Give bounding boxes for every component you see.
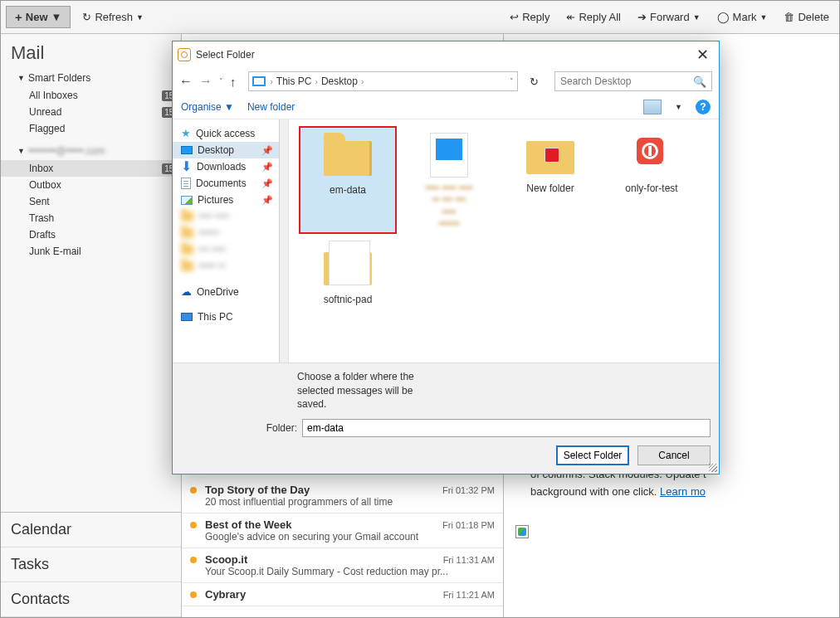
label: Organise [181, 101, 222, 113]
sidebar-item-sent[interactable]: Sent [1, 193, 181, 210]
plus-icon: + [15, 10, 22, 24]
caret-down-icon: ▼ [51, 11, 62, 23]
unread-dot-icon [190, 487, 197, 494]
new-button[interactable]: + New ▼ [6, 6, 71, 28]
select-folder-button[interactable]: Select Folder [556, 445, 629, 465]
list-item[interactable]: Best of the WeekGoogle's advice on secur… [182, 513, 503, 548]
refresh-button[interactable]: ↻ Refresh ▼ [77, 7, 148, 27]
item-preview: Google's advice on securing your Gmail a… [205, 531, 495, 543]
nav-downloads[interactable]: ⬇Downloads📌 [173, 158, 288, 175]
nav-quick-access[interactable]: ★Quick access [173, 124, 288, 142]
label: Sent [29, 196, 50, 207]
nav-pictures[interactable]: Pictures📌 [173, 192, 288, 208]
list-item[interactable]: Scoop.itYour Scoop.it Daily Summary - Co… [182, 548, 503, 583]
nav-blurred[interactable]: •••• •••• [173, 208, 288, 225]
delete-button[interactable]: 🗑Delete [779, 7, 834, 27]
label: Flagged [29, 123, 65, 134]
view-button[interactable] [643, 100, 662, 114]
up-button[interactable]: ↑ [230, 75, 237, 89]
nav-onedrive[interactable]: ☁OneDrive [173, 283, 288, 300]
label: All Inboxes [29, 90, 78, 101]
nav-thispc[interactable]: This PC [173, 309, 288, 325]
app-icon [178, 48, 191, 61]
folder-item-new-folder[interactable]: New folder [501, 126, 599, 234]
back-button[interactable]: ← [179, 74, 193, 89]
list-item[interactable]: Top Story of the Day20 most influential … [182, 479, 503, 513]
chevron-right-icon: › [361, 77, 364, 86]
new-label: New [26, 11, 48, 23]
search-input[interactable] [560, 75, 693, 87]
history-caret-icon[interactable]: ˅ [219, 77, 223, 85]
help-button[interactable]: ? [696, 100, 711, 114]
forward-button[interactable]: → [199, 74, 212, 89]
mark-icon: ◯ [717, 11, 730, 23]
folder-icon [181, 245, 193, 255]
reply-all-button[interactable]: ↞Reply All [561, 7, 626, 27]
main-toolbar: + New ▼ ↻ Refresh ▼ ↩Reply ↞Reply All ➔F… [1, 1, 839, 34]
cancel-button[interactable]: Cancel [637, 445, 711, 465]
sidebar: Mail ▼Smart Folders All Inboxes150 Unrea… [1, 34, 182, 617]
sidebar-item-inbox[interactable]: Inbox150 [1, 160, 181, 177]
bottom-tab-contacts[interactable]: Contacts [1, 582, 181, 617]
folder-grid: em-data •••• •••• •••••• ••• •••••••••••… [289, 119, 719, 363]
reply-button[interactable]: ↩Reply [505, 7, 554, 27]
search-box[interactable]: 🔍 [554, 71, 712, 91]
forward-button[interactable]: ➔Forward▼ [632, 7, 706, 27]
breadcrumb[interactable]: › This PC › Desktop › ˅ [248, 71, 519, 91]
pin-icon: 📌 [261, 162, 273, 173]
smart-folders-header[interactable]: ▼Smart Folders [1, 69, 181, 87]
pin-icon: 📌 [261, 195, 273, 206]
sidebar-item-junk[interactable]: Junk E-mail [1, 243, 181, 260]
list-item[interactable]: CybraryFri 11:21 AM [182, 583, 503, 606]
sidebar-item-outbox[interactable]: Outbox [1, 177, 181, 193]
bottom-tab-tasks[interactable]: Tasks [1, 547, 181, 582]
item-time: Fri 01:32 PM [442, 485, 495, 495]
refresh-button[interactable]: ↻ [525, 75, 543, 88]
folder-icon [430, 133, 468, 178]
resize-handle[interactable] [709, 464, 717, 472]
label: Pictures [198, 194, 233, 206]
label: Drafts [29, 229, 56, 241]
chevron-right-icon: › [271, 77, 273, 86]
forward-icon: ➔ [637, 11, 647, 23]
nav-blurred[interactable]: ••• •••• [173, 241, 288, 258]
item-preview: 20 most influential programmers of all t… [205, 496, 495, 508]
caret-down-icon[interactable]: ▼ [675, 103, 682, 111]
new-folder-button[interactable]: New folder [247, 101, 295, 113]
sidebar-item-trash[interactable]: Trash [1, 210, 181, 226]
label: Documents [196, 178, 247, 189]
breadcrumb-caret-icon[interactable]: ˅ [510, 77, 514, 85]
sidebar-item-unread[interactable]: Unread150 [1, 104, 181, 120]
folder-item-blurred[interactable]: •••• •••• •••••• ••• ••••••••••••• [400, 126, 498, 234]
sidebar-item-all-inboxes[interactable]: All Inboxes150 [1, 87, 181, 104]
sidebar-item-flagged[interactable]: Flagged [1, 120, 181, 137]
folder-field-label: Folder: [181, 422, 297, 434]
bottom-tab-calendar[interactable]: Calendar [1, 513, 181, 547]
learn-link[interactable]: Learn mo [660, 485, 706, 498]
label: Desktop [198, 144, 234, 156]
sidebar-item-drafts[interactable]: Drafts [1, 226, 181, 243]
folder-item-softnic-pad[interactable]: softnic-pad [299, 237, 397, 345]
pin-icon: 📌 [261, 178, 273, 189]
breadcrumb-item[interactable]: This PC [276, 75, 312, 87]
search-icon[interactable]: 🔍 [693, 75, 706, 88]
breadcrumb-item[interactable]: Desktop [321, 75, 358, 87]
folder-icon [526, 139, 574, 174]
caret-down-icon: ▼ [224, 101, 234, 113]
unread-dot-icon [190, 557, 197, 563]
unread-dot-icon [190, 522, 197, 528]
account-header[interactable]: ▼••••••••@•••••.com [1, 142, 181, 160]
nav-desktop[interactable]: Desktop📌 [173, 142, 288, 158]
folder-item-em-data[interactable]: em-data [299, 126, 397, 234]
close-button[interactable]: ✕ [691, 46, 714, 64]
caret-down-icon: ▼ [693, 13, 701, 22]
nav-documents[interactable]: Documents📌 [173, 175, 288, 192]
mark-button[interactable]: ◯Mark▼ [712, 7, 773, 27]
dialog-titlebar: Select Folder ✕ [173, 41, 719, 68]
reply-all-icon: ↞ [566, 11, 575, 23]
folder-item-only-for-test[interactable]: only-for-test [603, 126, 701, 234]
folder-input[interactable] [302, 419, 711, 437]
nav-blurred[interactable]: •••••• [173, 225, 288, 241]
organise-button[interactable]: Organise ▼ [181, 101, 234, 113]
nav-blurred[interactable]: ••••• •• [173, 258, 288, 275]
